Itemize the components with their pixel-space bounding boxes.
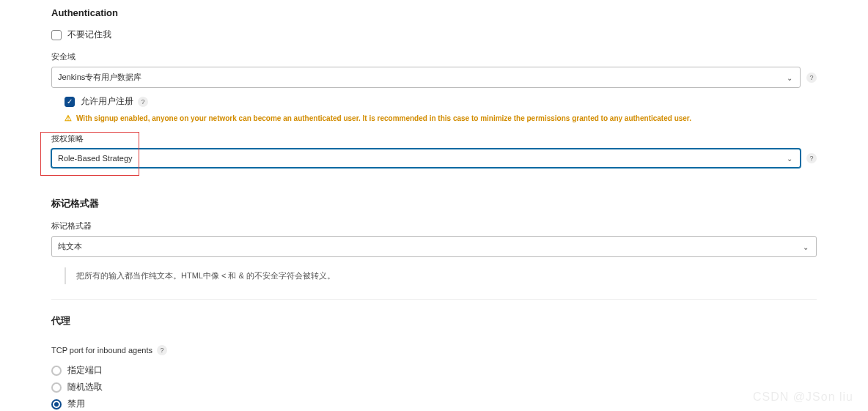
help-icon[interactable]: ? xyxy=(806,153,817,163)
remember-me-row[interactable]: 不要记住我 xyxy=(51,29,817,41)
help-icon[interactable]: ? xyxy=(806,73,817,83)
allow-signup-checkbox[interactable]: ✓ xyxy=(65,97,75,107)
radio-random-label: 随机选取 xyxy=(67,381,103,393)
radio-disable-label: 禁用 xyxy=(67,398,85,410)
radio-disable-port[interactable]: 禁用 xyxy=(51,398,817,410)
radio-icon[interactable] xyxy=(51,366,62,376)
radio-icon[interactable] xyxy=(51,399,62,410)
remember-me-label: 不要记住我 xyxy=(67,29,111,41)
tcp-port-label: TCP port for inbound agents xyxy=(51,346,152,355)
chevron-down-icon: ⌄ xyxy=(787,155,792,163)
radio-random-port[interactable]: 随机选取 xyxy=(51,381,817,393)
help-icon[interactable]: ? xyxy=(157,345,167,355)
chevron-down-icon: ⌄ xyxy=(787,73,792,81)
security-realm-value: Jenkins专有用户数据库 xyxy=(58,73,141,81)
radio-icon[interactable] xyxy=(51,382,62,393)
authorization-select[interactable]: Role-Based Strategy ⌄ xyxy=(51,149,801,168)
signup-warning-text: With signup enabled, anyone on your netw… xyxy=(76,114,691,122)
help-icon[interactable]: ? xyxy=(138,97,148,107)
radio-fixed-port[interactable]: 指定端口 xyxy=(51,364,817,377)
allow-signup-label: 允许用户注册 xyxy=(81,95,133,108)
authorization-value: Role-Based Strategy xyxy=(58,154,133,163)
remember-me-checkbox[interactable] xyxy=(51,30,62,40)
divider xyxy=(51,299,817,300)
radio-fixed-label: 指定端口 xyxy=(67,364,103,377)
formatter-note: 把所有的输入都当作纯文本。HTML中像 < 和 & 的不安全字符会被转义。 xyxy=(65,267,817,284)
authorization-label: 授权策略 xyxy=(51,133,817,144)
signup-warning-row: ⚠ With signup enabled, anyone on your ne… xyxy=(65,114,817,123)
security-realm-label: 安全域 xyxy=(51,51,817,62)
agent-heading: 代理 xyxy=(51,314,817,327)
auth-heading: Authentication xyxy=(51,7,817,18)
formatter-heading: 标记格式器 xyxy=(51,197,817,210)
formatter-label: 标记格式器 xyxy=(51,221,817,232)
warning-icon: ⚠ xyxy=(65,114,72,123)
formatter-value: 纯文本 xyxy=(58,242,82,251)
tcp-port-label-row: TCP port for inbound agents ? xyxy=(51,345,167,355)
security-realm-select[interactable]: Jenkins专有用户数据库 ⌄ xyxy=(51,67,801,88)
chevron-down-icon: ⌄ xyxy=(803,242,809,251)
formatter-select[interactable]: 纯文本 ⌄ xyxy=(51,236,817,257)
